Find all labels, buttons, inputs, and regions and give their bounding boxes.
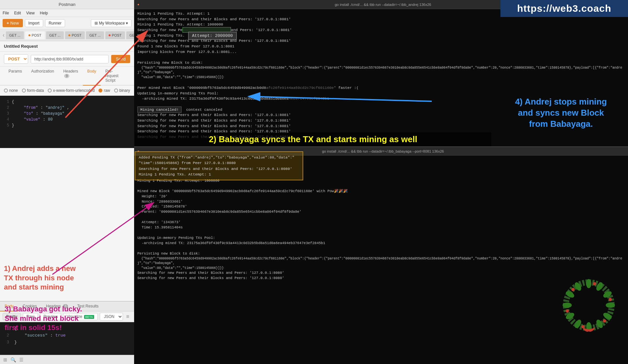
- pending-tx-highlight: Added Pending TX {"from":"andrej","to":"…: [135, 151, 303, 180]
- svg-point-1: [586, 279, 591, 288]
- bt-line-9: Updating in-memory Pending TXs Pool:: [137, 236, 625, 241]
- request-subtabs: Params Authorization Headers 9 Body Pre-…: [0, 67, 134, 86]
- tab-get-4[interactable]: GET ...: [126, 31, 134, 39]
- request-title-text: Untitled Request: [4, 44, 38, 49]
- t-line-12: Peer mined next Block '0000009bf5763a5dc…: [137, 85, 625, 91]
- body-opt-urlencoded[interactable]: x-www-form-urlencoded: [48, 88, 95, 93]
- tab-post-3-label: POST: [112, 33, 122, 37]
- t-line-11: "value":80,"data":"","time":1580145866}]…: [137, 75, 625, 80]
- attempt-highlight-box: Attempt: 2000000: [188, 32, 237, 40]
- subtab-prerequest[interactable]: Pre-request Script: [101, 67, 130, 86]
- t-line-3: Mining 1 Pending TXs. Attempt: 1000000: [137, 22, 625, 27]
- tabs-back-icon[interactable]: ‹: [3, 32, 5, 39]
- ann1-line1: 1) Andrej adds a new: [4, 264, 76, 273]
- t-line-blank-1: [137, 55, 625, 60]
- tab-get-3[interactable]: GET ...: [86, 31, 104, 39]
- svg-point-10: [563, 303, 572, 308]
- workspace-button[interactable]: ⊞ My Workspace ▾: [91, 19, 131, 27]
- annotation-andrej-stops: 4) Andrej stops mining and syncs new Blo…: [500, 96, 621, 129]
- web3coach-banner: https://web3.coach: [500, 0, 628, 17]
- body-opt-formdata[interactable]: form-data: [22, 88, 44, 93]
- bt-line-15: Searching for new Peers and their Blocks…: [137, 276, 625, 281]
- import-button[interactable]: Import: [25, 19, 43, 27]
- terminal-babayaga-content: Mining 1 Pending TXs. Attempt: 1000000 M…: [134, 156, 628, 364]
- plus-icon: +: [7, 21, 9, 25]
- tab-post-2[interactable]: POST: [65, 31, 85, 39]
- web3coach-text: https://web3.coach: [517, 3, 611, 14]
- terminal-indicator: ▪: [137, 2, 139, 8]
- tab-get-2[interactable]: GET ...: [46, 31, 64, 39]
- ann2-text: 2) Babayaga syncs the TX and starts mini…: [209, 134, 417, 144]
- bt-line-10: -archiving mined TX: 23175a36df0f430f9c9…: [137, 241, 625, 246]
- body-options-bar: none form-data x-www-form-urlencoded raw…: [0, 86, 134, 96]
- bt-line-2: Mined new Block '0000009bf5763a5dc6459d9…: [137, 189, 625, 194]
- tab-get-2-label: GET ...: [49, 33, 61, 37]
- tab-post-1[interactable]: POST: [25, 31, 45, 39]
- request-title-bar: Untitled Request: [0, 41, 134, 52]
- resp-wrap-icon[interactable]: ≡: [126, 314, 129, 320]
- bt-line-6: Parent: '00000081d1ec5576394667e3010eab8…: [137, 209, 625, 215]
- postman-title: Postman: [59, 2, 75, 7]
- radio-urlencoded: [48, 89, 52, 92]
- tab-post-3[interactable]: POST: [105, 31, 125, 39]
- ann3-line1: 3) Babayaga got lucky.: [5, 305, 82, 313]
- ann4-line3: from Babayaga.: [529, 119, 593, 129]
- radio-formdata: [22, 89, 26, 92]
- url-input[interactable]: [31, 55, 109, 63]
- ann3-line2: She mined next block: [5, 314, 78, 323]
- annotation-babayaga-lucky: 3) Babayaga got lucky. She mined next bl…: [5, 305, 103, 333]
- resp-search-icon[interactable]: 🔍: [10, 357, 16, 362]
- subtab-params[interactable]: Params: [4, 67, 26, 86]
- tab-dot-orange-2: [68, 34, 70, 36]
- resp-save-icon[interactable]: ☰: [19, 357, 24, 362]
- t-line-2: Searching for new Peers and their Blocks…: [137, 17, 625, 22]
- bt-blank6: [137, 215, 625, 220]
- subtab-auth[interactable]: Authorization: [26, 67, 59, 86]
- menu-view[interactable]: View: [26, 11, 35, 15]
- subtab-body[interactable]: Body: [83, 67, 101, 86]
- body-opt-none[interactable]: none: [4, 88, 18, 93]
- new-label: New: [10, 21, 19, 25]
- bt-line-4: Nonce: '2886033601': [137, 199, 625, 205]
- bt-line-11: Persisting new Block to disk:: [137, 251, 625, 256]
- tab-get-1-label: GET ...: [9, 33, 21, 37]
- bt-blank5: [137, 184, 625, 189]
- pending-tx-line-3: Mining 1 Pending TXs. Attempt: 1: [139, 172, 299, 177]
- method-select[interactable]: POST: [4, 54, 28, 64]
- menu-help[interactable]: Help: [40, 11, 48, 15]
- body-opt-raw[interactable]: raw: [98, 88, 110, 93]
- runner-button[interactable]: Runner: [45, 19, 65, 27]
- radio-raw: [98, 89, 102, 92]
- t-line-13: Updating in-memory Pending TXs Pool:: [137, 91, 625, 96]
- subtab-headers[interactable]: Headers 9: [59, 67, 82, 86]
- request-url-row: POST Send: [0, 52, 134, 67]
- resp-format-select[interactable]: JSON: [100, 313, 123, 321]
- menu-file[interactable]: File: [3, 11, 9, 15]
- radio-none: [4, 89, 8, 92]
- bt-line-13: "value":80,"data":"","time":1580145866}]…: [137, 266, 625, 271]
- ann4-line1: 4) Andrej stops mining: [515, 97, 607, 107]
- tab-get-1[interactable]: GET ...: [6, 31, 24, 39]
- request-body-editor[interactable]: 1{ 2 "from": "andrej", 3 "to": "babayaga…: [0, 96, 134, 148]
- postman-toolbar: + New Import Runner ⊞ My Workspace ▾: [0, 17, 134, 29]
- t-line-10: {"hash":"0000009bf5763a5dc6459d949902acb…: [137, 66, 625, 75]
- send-button[interactable]: Send: [111, 55, 130, 63]
- tab-get-4-label: GET ...: [130, 33, 134, 37]
- new-button[interactable]: + New: [3, 19, 23, 27]
- radio-binary: [114, 89, 118, 92]
- ann1-line2: TX through his node: [4, 274, 74, 282]
- postman-menubar: File Edit View Help: [0, 9, 134, 17]
- tab-dot-red: [109, 34, 111, 36]
- resp-copy-icon[interactable]: ⊞: [3, 357, 7, 362]
- tab-post-1-label: POST: [32, 33, 42, 37]
- menu-edit[interactable]: Edit: [14, 11, 21, 15]
- t-line-9: Persisting new Block to disk:: [137, 60, 625, 66]
- attempt-text: Attempt: 2000000: [192, 33, 233, 38]
- body-opt-binary[interactable]: binary: [114, 88, 130, 93]
- bt-line-14: Searching for new Peers and their Blocks…: [137, 271, 625, 276]
- bt-line-5: Created: '1580145878': [137, 204, 625, 209]
- tab-get-3-label: GET ...: [89, 33, 101, 37]
- ann1-line3: and starts mining: [4, 283, 64, 291]
- t-line-blank-2: [137, 80, 625, 85]
- svg-point-4: [606, 303, 615, 308]
